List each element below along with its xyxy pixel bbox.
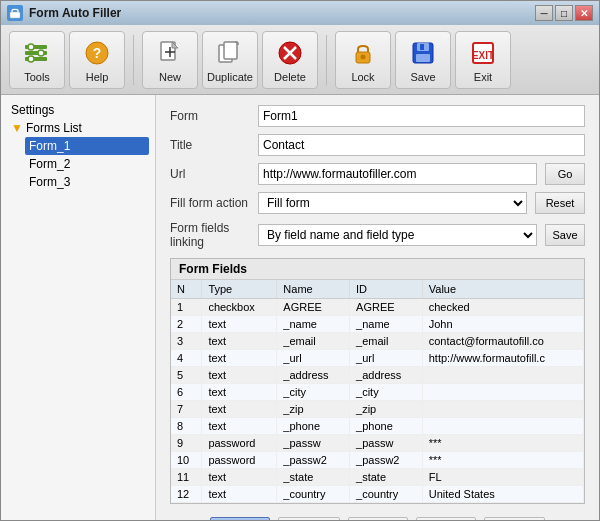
- minimize-button[interactable]: ─: [535, 5, 553, 21]
- cell-type: password: [202, 452, 277, 469]
- cell-n: 4: [171, 350, 202, 367]
- title-bar: Form Auto Filler ─ □ ✕: [1, 1, 599, 25]
- cell-type: text: [202, 469, 277, 486]
- table-row[interactable]: 11text_state_stateFL: [171, 469, 584, 486]
- tools-label: Tools: [24, 71, 50, 83]
- lock-button[interactable]: Lock: [335, 31, 391, 89]
- cell-n: 10: [171, 452, 202, 469]
- cell-value: United States: [422, 486, 583, 503]
- col-n: N: [171, 280, 202, 299]
- fields-linking-label: Form fields linking: [170, 221, 250, 249]
- table-row[interactable]: 9password_passw_passw***: [171, 435, 584, 452]
- new-label: New: [159, 71, 181, 83]
- form-label: Form: [170, 109, 250, 123]
- save-label: Save: [410, 71, 435, 83]
- cell-value: John: [422, 316, 583, 333]
- window-title: Form Auto Filler: [29, 6, 121, 20]
- table-row[interactable]: 6text_city_city: [171, 384, 584, 401]
- svg-rect-13: [224, 42, 237, 59]
- table-row[interactable]: 7text_zip_zip: [171, 401, 584, 418]
- cell-id: _address: [350, 367, 423, 384]
- cell-name: _email: [277, 333, 350, 350]
- go-button[interactable]: Go: [545, 163, 585, 185]
- cell-n: 2: [171, 316, 202, 333]
- col-value: Value: [422, 280, 583, 299]
- add-button[interactable]: Add: [210, 517, 270, 520]
- cell-n: 8: [171, 418, 202, 435]
- sidebar-forms-list[interactable]: ▼ Forms List: [7, 119, 149, 137]
- toolbar-sep-2: [326, 35, 327, 85]
- exit-button[interactable]: EXIT Exit: [455, 31, 511, 89]
- cell-type: text: [202, 384, 277, 401]
- table-row[interactable]: 3text_email_emailcontact@formautofill.co: [171, 333, 584, 350]
- maximize-button[interactable]: □: [555, 5, 573, 21]
- sidebar-item-form1[interactable]: Form_1: [25, 137, 149, 155]
- bottom-buttons: Add Modify Copy Paste Delete: [170, 511, 585, 520]
- table-body: 1checkboxAGREEAGREEchecked2text_name_nam…: [171, 299, 584, 503]
- svg-point-6: [28, 56, 34, 62]
- fields-table-wrapper[interactable]: N Type Name ID Value 1checkboxAGREEAGREE…: [171, 280, 584, 503]
- cell-id: _state: [350, 469, 423, 486]
- cell-id: _country: [350, 486, 423, 503]
- form-name-input[interactable]: [258, 105, 585, 127]
- app-icon: [7, 5, 23, 21]
- sidebar-item-form3[interactable]: Form_3: [25, 173, 149, 191]
- cell-value: checked: [422, 299, 583, 316]
- lock-label: Lock: [351, 71, 374, 83]
- table-row[interactable]: 4text_url_urlhttp://www.formautofill.c: [171, 350, 584, 367]
- form-panel: Form Title Url Go Fill form action Fill …: [156, 95, 599, 520]
- cell-value: ***: [422, 452, 583, 469]
- close-button[interactable]: ✕: [575, 5, 593, 21]
- tools-button[interactable]: Tools: [9, 31, 65, 89]
- sidebar-item-form2[interactable]: Form_2: [25, 155, 149, 173]
- fill-action-select[interactable]: Fill form Clear form Submit form: [258, 192, 527, 214]
- col-id: ID: [350, 280, 423, 299]
- sidebar-item-settings[interactable]: Settings: [7, 101, 149, 119]
- sidebar-forms: Form_1 Form_2 Form_3: [7, 137, 149, 191]
- table-row[interactable]: 8text_phone_phone: [171, 418, 584, 435]
- table-row[interactable]: 10password_passw2_passw2***: [171, 452, 584, 469]
- duplicate-icon: [214, 37, 246, 69]
- cell-name: _country: [277, 486, 350, 503]
- help-label: Help: [86, 71, 109, 83]
- help-button[interactable]: ? Help: [69, 31, 125, 89]
- save-small-button[interactable]: Save: [545, 224, 585, 246]
- lock-icon: [347, 37, 379, 69]
- main-window: Form Auto Filler ─ □ ✕ Tools: [0, 0, 600, 521]
- cell-id: _passw2: [350, 452, 423, 469]
- cell-type: text: [202, 367, 277, 384]
- cell-name: _phone: [277, 418, 350, 435]
- cell-type: password: [202, 435, 277, 452]
- table-row[interactable]: 1checkboxAGREEAGREEchecked: [171, 299, 584, 316]
- delete-row-button[interactable]: Delete: [484, 517, 545, 520]
- duplicate-button[interactable]: Duplicate: [202, 31, 258, 89]
- table-row[interactable]: 2text_name_nameJohn: [171, 316, 584, 333]
- cell-n: 5: [171, 367, 202, 384]
- fields-linking-select[interactable]: By field name and field type By field na…: [258, 224, 537, 246]
- delete-button[interactable]: Delete: [262, 31, 318, 89]
- form-url-row: Url Go: [170, 163, 585, 185]
- help-icon: ?: [81, 37, 113, 69]
- cell-name: _passw2: [277, 452, 350, 469]
- reset-button[interactable]: Reset: [535, 192, 585, 214]
- url-input[interactable]: [258, 163, 537, 185]
- title-input[interactable]: [258, 134, 585, 156]
- cell-name: _city: [277, 384, 350, 401]
- fields-linking-row: Form fields linking By field name and fi…: [170, 221, 585, 249]
- settings-label: Settings: [11, 103, 54, 117]
- cell-value: http://www.formautofill.c: [422, 350, 583, 367]
- table-row[interactable]: 12text_country_countryUnited States: [171, 486, 584, 503]
- form-name-row: Form: [170, 105, 585, 127]
- cell-type: text: [202, 350, 277, 367]
- paste-button[interactable]: Paste: [416, 517, 476, 520]
- form-fields-header: Form Fields: [171, 259, 584, 280]
- cell-id: _name: [350, 316, 423, 333]
- save-button[interactable]: Save: [395, 31, 451, 89]
- toolbar: Tools ? Help New: [1, 25, 599, 95]
- svg-rect-21: [416, 54, 430, 62]
- table-row[interactable]: 5text_address_address: [171, 367, 584, 384]
- modify-button[interactable]: Modify: [278, 517, 339, 520]
- copy-button[interactable]: Copy: [348, 517, 408, 520]
- new-button[interactable]: New: [142, 31, 198, 89]
- fill-action-row: Fill form action Fill form Clear form Su…: [170, 192, 585, 214]
